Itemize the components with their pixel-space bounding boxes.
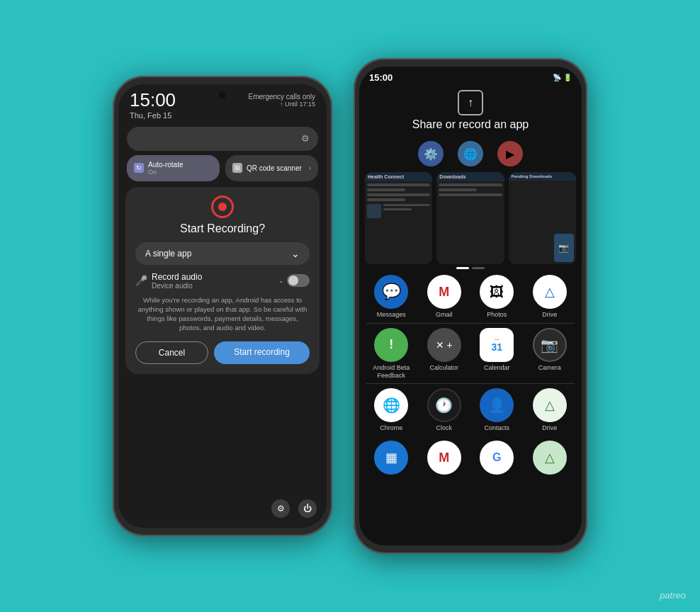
page-dot-2 [472, 267, 485, 269]
record-icon-container [135, 196, 310, 218]
right-status-icons: 📡 🔋 [553, 74, 572, 81]
gmail-icon: M [427, 275, 461, 309]
app-gmail[interactable]: M Gmail [419, 275, 470, 319]
qr-arrow-icon: › [309, 164, 311, 172]
watermark: patreo [660, 590, 686, 601]
app-camera[interactable]: 📷 Camera [525, 328, 575, 380]
messages-icon: 💬 [374, 275, 408, 309]
app-drive[interactable]: △ Drive [525, 275, 575, 319]
app-photos[interactable]: 🖼 Photos [472, 275, 522, 319]
partial-icon-1: ▦ [374, 441, 408, 475]
recent-card-pending[interactable]: Pending Downloads 📷 [509, 172, 576, 264]
app-drive-2[interactable]: △ Drive [525, 388, 575, 432]
app-partial-3[interactable]: G [472, 441, 522, 475]
recents-strip: Health Connect [359, 172, 582, 264]
record-dot [218, 203, 227, 211]
dropdown-chevron-icon: ⌄ [291, 248, 300, 259]
partial-icon-3: G [480, 441, 514, 475]
app-selector-dropdown[interactable]: A single app ⌄ [135, 242, 310, 265]
power-icon[interactable]: ⏻ [298, 499, 317, 518]
dialog-title: Start Recording? [135, 222, 310, 235]
share-header: ↑ Share or record an app [359, 86, 582, 137]
right-time: 15:00 [369, 72, 393, 83]
recent-card-health-title: Health Connect [365, 172, 432, 181]
share-box-icon: ↑ [468, 96, 473, 109]
camera-hole-left [219, 91, 226, 98]
youtube-share-icon[interactable]: ▶ [497, 141, 523, 166]
audio-toggle[interactable]: ⌄ [278, 274, 310, 287]
photos-icon: 🖼 [480, 275, 514, 309]
android-beta-icon: ! [374, 328, 408, 362]
chrome-share-icon[interactable]: 🌐 [458, 141, 483, 166]
camera-icon: 📷 [533, 328, 567, 362]
calculator-icon: ✕ + [427, 328, 461, 362]
audio-text: Record audio Device audio [152, 272, 202, 290]
auto-rotate-icon: ↻ [134, 163, 144, 173]
app-grid-row1: 💬 Messages M Gmail 🖼 Photos [359, 272, 582, 322]
toggle-dropdown-icon: ⌄ [278, 277, 284, 284]
audio-toggle-switch[interactable] [287, 274, 310, 287]
app-contacts[interactable]: 👤 Contacts [472, 388, 522, 432]
left-status-bar: 15:00 Thu, Feb 15 Emergency calls only ↑… [118, 84, 327, 121]
left-date: Thu, Feb 15 [130, 111, 176, 120]
qr-icon: ⊞ [232, 163, 242, 173]
calendar-icon: — 31 [480, 328, 514, 362]
search-bar[interactable]: ⚙ [127, 127, 318, 151]
chrome-icon: 🌐 [374, 388, 408, 422]
app-clock[interactable]: 🕐 Clock [419, 388, 470, 432]
share-record-icon: ↑ [458, 90, 483, 115]
left-emergency: Emergency calls only ↑ Until 17:15 [249, 90, 315, 108]
app-partial-2[interactable]: M [419, 441, 470, 475]
cancel-button[interactable]: Cancel [135, 341, 208, 364]
settings-icon: ⚙ [301, 133, 310, 144]
recent-card-downloads-title: Downloads [436, 172, 504, 181]
quick-settings-tiles: ↻ Auto-rotate On ⊞ QR code scanner › [127, 155, 318, 181]
phone-right: 15:00 📡 🔋 ↑ Share or record an app ⚙️ 🌐 … [354, 58, 587, 554]
dialog-buttons: Cancel Start recording [135, 341, 310, 364]
phone-right-screen: 15:00 📡 🔋 ↑ Share or record an app ⚙️ 🌐 … [359, 67, 582, 545]
app-calendar[interactable]: — 31 Calendar [472, 328, 522, 380]
toggle-knob [288, 276, 298, 285]
page-indicator [359, 267, 582, 269]
right-screen-content: 15:00 📡 🔋 ↑ Share or record an app ⚙️ 🌐 … [359, 67, 582, 545]
clock-icon: 🕐 [427, 388, 461, 422]
auto-rotate-tile[interactable]: ↻ Auto-rotate On [127, 155, 220, 181]
partial-icon-4: △ [533, 441, 567, 475]
settings-share-icon[interactable]: ⚙️ [418, 141, 444, 166]
partial-icon-2: M [427, 441, 461, 475]
recent-card-downloads[interactable]: Downloads [436, 172, 504, 264]
recent-card-health-body [365, 181, 432, 264]
phone-left-screen: 15:00 Thu, Feb 15 Emergency calls only ↑… [118, 84, 327, 528]
left-screen-content: 15:00 Thu, Feb 15 Emergency calls only ↑… [118, 84, 327, 528]
audio-option-row: 🎤 Record audio Device audio ⌄ [135, 272, 310, 290]
start-recording-button[interactable]: Start recording [214, 341, 310, 364]
left-time: 15:00 [130, 90, 176, 110]
start-recording-dialog: Start Recording? A single app ⌄ 🎤 Record… [125, 187, 320, 374]
bottom-icons: ⚙ ⏻ [271, 499, 317, 518]
app-partial-4[interactable]: △ [525, 441, 575, 475]
mic-icon: 🎤 [135, 275, 147, 286]
recent-card-health[interactable]: Health Connect [365, 172, 432, 264]
app-partial-1[interactable]: ▦ [366, 441, 417, 475]
page-dot-1 [456, 267, 469, 269]
app-grid-row2: ! Android Beta Feedback ✕ + Calculator — [359, 325, 582, 382]
contacts-icon: 👤 [480, 388, 514, 422]
share-app-icons-row: ⚙️ 🌐 ▶ [359, 141, 582, 166]
camera-hole-right [467, 74, 474, 81]
grid-divider-2 [366, 383, 575, 384]
app-chrome[interactable]: 🌐 Chrome [366, 388, 417, 432]
disclaimer-text: While you're recording an app, Android h… [135, 295, 310, 333]
recent-card-pending-title: Pending Downloads [509, 172, 576, 181]
drive-2-icon: △ [533, 388, 567, 422]
share-title: Share or record an app [359, 118, 582, 131]
app-messages[interactable]: 💬 Messages [366, 275, 417, 319]
app-grid-row4: ▦ M G △ [359, 438, 582, 477]
app-grid-row3: 🌐 Chrome 🕐 Clock 👤 Conta [359, 385, 582, 435]
app-android-beta[interactable]: ! Android Beta Feedback [366, 328, 417, 380]
settings-bottom-icon[interactable]: ⚙ [271, 499, 290, 518]
record-icon [211, 196, 234, 218]
drive-icon: △ [533, 275, 567, 309]
grid-divider-1 [366, 323, 575, 324]
qr-scanner-tile[interactable]: ⊞ QR code scanner › [225, 155, 318, 181]
app-calculator[interactable]: ✕ + Calculator [419, 328, 470, 380]
